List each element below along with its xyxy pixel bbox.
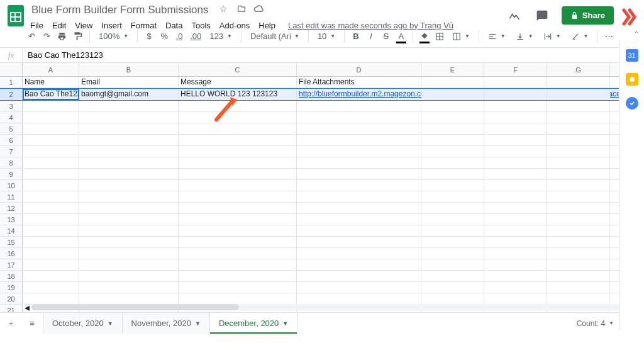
cell-B9[interactable] [79, 169, 179, 179]
doc-title[interactable]: Blue Form Builder Form Submissions [30, 3, 210, 17]
cell-F7[interactable] [484, 146, 547, 157]
cell-B14[interactable] [79, 225, 179, 236]
cell-E11[interactable] [421, 191, 484, 202]
row-header[interactable]: 9 [0, 169, 23, 179]
table-row[interactable]: 18 [0, 271, 644, 282]
cell-C6[interactable] [179, 135, 297, 145]
currency-button[interactable]: $ [143, 29, 155, 44]
activity-icon[interactable] [506, 8, 523, 24]
cell-D4[interactable] [297, 112, 421, 123]
cell-G15[interactable] [547, 237, 610, 247]
cell-F2[interactable] [484, 89, 547, 100]
cell-G14[interactable] [547, 225, 610, 236]
row-header[interactable]: 6 [0, 135, 23, 145]
row-header[interactable]: 12 [0, 203, 23, 213]
cell-E15[interactable] [421, 237, 484, 247]
cell-D16[interactable] [297, 248, 421, 259]
row-header[interactable]: 4 [0, 112, 23, 123]
cell-F1[interactable] [484, 77, 547, 88]
cell-E10[interactable] [421, 180, 484, 191]
col-header-F[interactable]: F [484, 63, 547, 76]
table-row[interactable]: 3 [0, 101, 644, 112]
cell-D3[interactable] [297, 101, 421, 111]
cell-G10[interactable] [547, 180, 610, 191]
cell-C9[interactable] [179, 169, 297, 179]
comments-icon[interactable] [534, 8, 550, 24]
cell-A19[interactable] [23, 282, 79, 293]
row-header[interactable]: 8 [0, 157, 23, 168]
table-row[interactable]: 6 [0, 135, 644, 146]
table-row[interactable]: 5 [0, 123, 644, 135]
cell-C7[interactable] [179, 146, 297, 157]
cell-B3[interactable] [79, 101, 179, 111]
increase-decimal-button[interactable]: .00 [188, 29, 203, 44]
cell-E5[interactable] [421, 123, 484, 134]
cell-F17[interactable] [484, 259, 547, 270]
cell-F19[interactable] [484, 282, 547, 293]
cell-G19[interactable] [547, 282, 610, 293]
chevron-down-icon[interactable]: ▼ [108, 320, 113, 327]
row-header[interactable]: 3 [0, 101, 23, 111]
borders-button[interactable] [433, 29, 446, 44]
calendar-addon-icon[interactable]: 31 [626, 49, 638, 62]
cell-E14[interactable] [421, 225, 484, 236]
cell-F5[interactable] [484, 123, 547, 134]
cell-C11[interactable] [179, 191, 297, 202]
cell-B4[interactable] [79, 112, 179, 123]
sheets-logo[interactable] [8, 5, 24, 26]
row-header[interactable]: 1 [0, 77, 23, 88]
table-row[interactable]: 12 [0, 203, 644, 214]
fill-color-button[interactable] [418, 29, 431, 44]
merge-cells-button[interactable]: ▼ [448, 29, 474, 44]
row-header[interactable]: 7 [0, 146, 23, 157]
cell-B17[interactable] [79, 259, 179, 270]
cell-D9[interactable] [297, 169, 421, 179]
table-row[interactable]: 17 [0, 259, 644, 271]
cell-D8[interactable] [297, 157, 421, 168]
sheet-tab[interactable]: October, 2020▼ [43, 313, 123, 334]
row-header[interactable]: 20 [0, 293, 23, 304]
all-sheets-button[interactable]: ≡ [21, 313, 43, 334]
italic-button[interactable]: I [365, 29, 377, 44]
row-header[interactable]: 19 [0, 282, 23, 293]
more-tools-button[interactable]: ⋯ [602, 29, 615, 44]
cell-B10[interactable] [79, 180, 179, 191]
cell-F14[interactable] [484, 225, 547, 236]
cell-C5[interactable] [179, 123, 297, 134]
cell-D6[interactable] [297, 135, 421, 145]
row-header[interactable]: 10 [0, 180, 23, 191]
move-icon[interactable] [236, 4, 247, 14]
cell-A3[interactable] [23, 101, 79, 111]
cell-D7[interactable] [297, 146, 421, 157]
cell-A2[interactable]: Bao Cao The123 [23, 89, 79, 100]
col-header-C[interactable]: C [179, 63, 297, 76]
cell-G4[interactable] [547, 112, 610, 123]
cell-E12[interactable] [421, 203, 484, 213]
row-header[interactable]: 18 [0, 271, 23, 281]
cell-E13[interactable] [421, 214, 484, 225]
cell-B8[interactable] [79, 157, 179, 168]
cell-D15[interactable] [297, 237, 421, 247]
col-header-B[interactable]: B [79, 63, 179, 76]
chevron-down-icon[interactable]: ▼ [195, 320, 201, 327]
table-row[interactable]: 14 [0, 225, 644, 237]
cell-G8[interactable] [547, 157, 610, 168]
table-row[interactable]: 9 [0, 169, 644, 180]
cell-E4[interactable] [421, 112, 484, 123]
cell-E8[interactable] [421, 157, 484, 168]
collapse-toolbar-button[interactable]: ˆ [635, 30, 638, 40]
cell-C2[interactable]: HELLO WORLD 123 123123 [179, 89, 297, 100]
cell-A11[interactable] [23, 191, 79, 202]
cell-F8[interactable] [484, 157, 547, 168]
cell-A10[interactable] [23, 180, 79, 191]
cell-C4[interactable] [179, 112, 297, 123]
table-row[interactable]: 7 [0, 146, 644, 157]
cell-D13[interactable] [297, 214, 421, 225]
wrap-button[interactable]: ▼ [540, 29, 565, 44]
cell-C3[interactable] [179, 101, 297, 111]
cell-E7[interactable] [421, 146, 484, 157]
keep-addon-icon[interactable] [626, 73, 638, 86]
cell-G13[interactable] [547, 214, 610, 225]
table-row[interactable]: 11 [0, 191, 644, 203]
cell-C16[interactable] [179, 248, 297, 259]
